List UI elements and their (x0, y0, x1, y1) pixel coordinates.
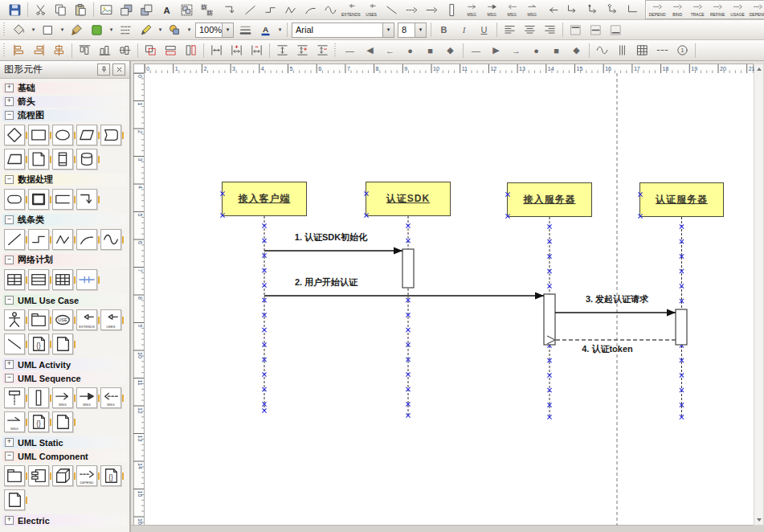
line-begin-none-button[interactable]: — (340, 41, 360, 60)
fill-color-dropdown[interactable]: ▾ (29, 21, 38, 39)
section-uml-activity[interactable]: +UML Activity (2, 358, 127, 370)
message-label-2[interactable]: 2. 用户开始认证 (295, 276, 357, 289)
align-v-middles-button[interactable] (115, 41, 135, 60)
shape-note[interactable] (52, 411, 73, 432)
shape-bold-rect[interactable] (28, 189, 49, 210)
shape-table-rows[interactable] (28, 269, 49, 290)
valign-bottom-button[interactable] (606, 20, 626, 39)
insert-picture-button[interactable] (96, 0, 116, 19)
line-style-button[interactable] (116, 20, 136, 39)
font-size-value[interactable]: 8 (398, 25, 415, 35)
shape-code-note[interactable]: {} (28, 334, 49, 354)
align-left-edges-button[interactable] (9, 41, 29, 60)
shape-component[interactable] (28, 465, 49, 486)
shape-note[interactable] (4, 489, 25, 510)
shape-note[interactable] (52, 334, 73, 354)
line-end-arrow-button[interactable]: ▶ (486, 41, 506, 60)
message-label-1[interactable]: 1. 认证SDK初始化 (295, 231, 367, 243)
trace-connector-button[interactable]: TRACE (688, 0, 708, 19)
shadow-dropdown[interactable]: ▾ (185, 21, 194, 39)
shape-manual-operation[interactable] (4, 149, 25, 170)
section-uml-static[interactable]: +UML Static (2, 436, 127, 448)
refine-connector-button[interactable]: REFINE (708, 0, 728, 19)
valign-middle-button[interactable] (586, 20, 606, 39)
section-uml-sequence[interactable]: −UML Sequence (2, 372, 127, 384)
shape-node[interactable] (52, 465, 73, 486)
shape-arc[interactable] (76, 229, 97, 250)
group-button[interactable] (177, 0, 197, 19)
pen-dropdown[interactable]: ▾ (156, 21, 165, 39)
pin-button[interactable] (97, 63, 110, 76)
section-lines[interactable]: −线条类 (2, 214, 127, 226)
drawing-canvas[interactable] (145, 73, 754, 526)
shape-step-line[interactable] (28, 229, 49, 250)
shape-elbow-arrow[interactable] (76, 189, 97, 210)
font-color-button[interactable]: A (255, 20, 276, 39)
shape-ellipse[interactable] (52, 125, 73, 145)
wave-line-button[interactable] (592, 41, 612, 60)
font-color-dropdown[interactable]: ▾ (276, 21, 284, 39)
line-begin-open-arrow-button[interactable]: ← (380, 41, 400, 60)
shape-display[interactable] (100, 125, 121, 145)
align-right-button[interactable] (540, 20, 560, 39)
elbow-diamond-open-button[interactable] (603, 0, 623, 19)
line-end-diamond-button[interactable]: ◆ (566, 41, 586, 60)
lifeline-box-1[interactable]: 接入客户端 (222, 182, 307, 216)
same-height-button[interactable] (181, 41, 201, 60)
diagonal-line-button[interactable] (382, 0, 402, 19)
shape-return-message[interactable]: MSG (100, 387, 121, 408)
shape-message[interactable]: MSG (52, 387, 73, 408)
line-weight-button[interactable] (235, 20, 255, 39)
italic-button[interactable]: I (454, 20, 474, 39)
section-arrows[interactable]: +箭头 (2, 96, 127, 108)
theme-fill-button[interactable] (87, 20, 107, 39)
shape-extends[interactable]: EXTENDS (76, 309, 97, 330)
msg-arrow-return-button[interactable]: MSG (502, 0, 522, 19)
align-bottom-edges-button[interactable] (95, 41, 115, 60)
shape-depend[interactable]: DEPEND (76, 465, 97, 486)
h-space-equal-button[interactable] (206, 41, 227, 60)
same-width-button[interactable] (161, 41, 181, 60)
shape-association[interactable] (4, 334, 25, 354)
step-connector-button[interactable] (260, 0, 280, 19)
shape-diamond[interactable] (4, 125, 25, 145)
activation-bar-button[interactable] (442, 0, 462, 19)
ungroup-button[interactable] (197, 0, 217, 19)
shape-open-rect[interactable] (52, 189, 73, 210)
bind-connector-button[interactable]: BIND (668, 0, 688, 19)
bring-to-front-button[interactable] (116, 0, 137, 19)
font-family-dropdown[interactable]: ▾ (382, 23, 394, 37)
section-electric[interactable]: +Electric (2, 514, 127, 526)
shape-cylinder[interactable] (76, 149, 97, 170)
shape-rectangle[interactable] (28, 125, 49, 145)
line-begin-circle-button[interactable]: ● (400, 41, 420, 60)
message-label-4[interactable]: 4. 认证token (582, 343, 633, 355)
depend-connector-button[interactable]: DEPEND (648, 0, 668, 19)
scroll-up-button[interactable] (754, 64, 763, 74)
shape-message-solid[interactable]: MSG (76, 387, 97, 408)
line-color-button[interactable] (38, 20, 58, 39)
line-end-circle-button[interactable]: ● (526, 41, 546, 60)
v-space-increase-button[interactable] (292, 41, 313, 60)
line-end-none-button[interactable]: — (466, 41, 486, 60)
line-end-square-button[interactable]: ■ (546, 41, 566, 60)
h-space-increase-button[interactable] (227, 41, 247, 60)
message-label-3[interactable]: 3. 发起认证请求 (586, 293, 648, 305)
section-data-processing[interactable]: −数据处理 (2, 174, 127, 186)
msg-arrow-solid-button[interactable]: MSG (482, 0, 502, 19)
extends-connector-button[interactable]: EXTENDS (341, 0, 362, 19)
shape-package[interactable] (4, 465, 25, 486)
line-color-dropdown[interactable]: ▾ (58, 21, 67, 39)
bold-button[interactable]: B (434, 20, 454, 39)
shape-terminator[interactable] (4, 189, 25, 210)
shape-package[interactable] (28, 309, 49, 330)
left-open-arrow-button[interactable] (542, 0, 562, 19)
shadow-button[interactable] (165, 20, 185, 39)
elbow-connector-button[interactable] (220, 0, 240, 19)
font-family-combo[interactable]: Arial▾ (292, 23, 394, 38)
dashed-line-button[interactable] (652, 41, 672, 60)
same-size-button[interactable] (141, 41, 161, 60)
close-panel-button[interactable] (112, 63, 125, 76)
shape-document[interactable] (28, 149, 49, 170)
vertical-scrollbar[interactable] (754, 63, 764, 526)
